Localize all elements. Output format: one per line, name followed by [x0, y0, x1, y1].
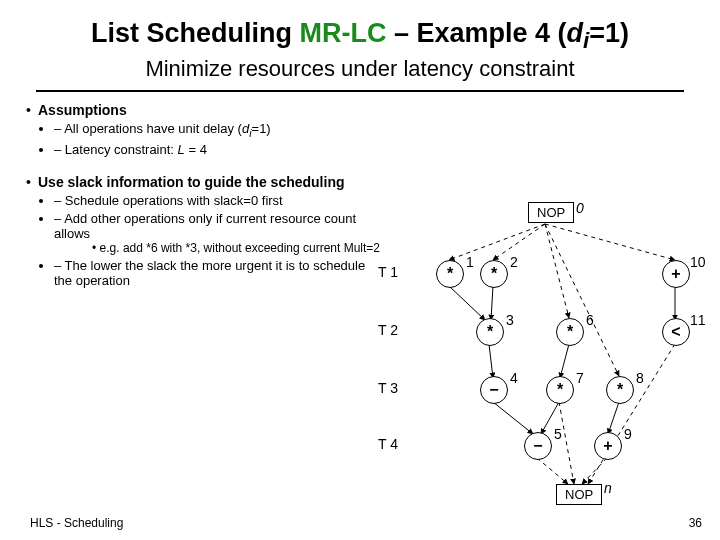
svg-line-1	[493, 224, 545, 260]
assumption-item-1: – All operations have unit delay (di=1)	[54, 121, 386, 139]
op-label-8: 8	[636, 370, 644, 386]
op-node-2: *	[480, 260, 508, 288]
op-label-7: 7	[576, 370, 584, 386]
slack-item-2-sub: • e.g. add *6 with *3, without exceeding…	[54, 241, 386, 255]
slack-header: Use slack information to guide the sched…	[38, 174, 345, 190]
svg-line-16	[559, 402, 574, 484]
diagram-edges	[370, 200, 710, 520]
op-node-4: −	[480, 376, 508, 404]
op-node-8: *	[606, 376, 634, 404]
op-label-3: 3	[506, 312, 514, 328]
op-node-1: *	[436, 260, 464, 288]
title-method: MR-LC	[299, 18, 386, 48]
svg-line-5	[449, 286, 485, 320]
title-eq: =1)	[589, 18, 629, 48]
slack-item-3: – The lower the slack the more urgent it…	[54, 258, 386, 288]
assumption-item-2: – Latency constraint: L = 4	[54, 142, 386, 157]
op-label-1: 1	[466, 254, 474, 270]
footer-left: HLS - Scheduling	[30, 516, 123, 530]
svg-line-3	[545, 224, 619, 376]
title-prefix: List Scheduling	[91, 18, 300, 48]
svg-line-8	[560, 344, 569, 378]
svg-line-0	[449, 224, 545, 260]
svg-line-6	[491, 286, 493, 320]
svg-line-7	[489, 344, 493, 378]
nop-bottom-label: n	[604, 480, 612, 496]
left-column: •Assumptions – All operations have unit …	[0, 102, 386, 291]
slack-item-2: – Add other operations only if current r…	[54, 211, 386, 255]
scheduling-diagram: NOP 0 NOP n T 1 T 2 T 3 T 4 **+**<−**−+ …	[370, 200, 710, 520]
op-label-6: 6	[586, 312, 594, 328]
svg-line-2	[545, 224, 569, 318]
svg-line-13	[537, 458, 568, 484]
svg-line-9	[493, 402, 533, 434]
slack-block: •Use slack information to guide the sche…	[26, 174, 386, 288]
op-node-7: *	[546, 376, 574, 404]
svg-line-4	[545, 224, 675, 260]
title-var: d	[567, 18, 584, 48]
time-row-2: T 2	[378, 322, 398, 338]
nop-top-box: NOP	[528, 202, 574, 223]
op-node-6: *	[556, 318, 584, 346]
assumptions-block: •Assumptions – All operations have unit …	[26, 102, 386, 157]
op-label-5: 5	[554, 426, 562, 442]
time-row-4: T 4	[378, 436, 398, 452]
svg-line-11	[608, 402, 619, 434]
op-label-10: 10	[690, 254, 706, 270]
footer-right: 36	[689, 516, 702, 530]
op-node-11: <	[662, 318, 690, 346]
op-label-9: 9	[624, 426, 632, 442]
title-sep: – Example 4 (	[386, 18, 566, 48]
assumptions-header: Assumptions	[38, 102, 127, 118]
nop-bottom-box: NOP	[556, 484, 602, 505]
page-subtitle: Minimize resources under latency constra…	[0, 56, 720, 82]
time-row-3: T 3	[378, 380, 398, 396]
svg-line-15	[588, 344, 675, 484]
op-node-10: +	[662, 260, 690, 288]
nop-top-label: 0	[576, 200, 584, 216]
op-node-9: +	[594, 432, 622, 460]
page-title: List Scheduling MR-LC – Example 4 (di=1)	[0, 0, 720, 54]
op-label-2: 2	[510, 254, 518, 270]
op-node-3: *	[476, 318, 504, 346]
op-label-11: 11	[690, 312, 706, 328]
time-row-1: T 1	[378, 264, 398, 280]
slack-item-1: – Schedule operations with slack=0 first	[54, 193, 386, 208]
op-node-5: −	[524, 432, 552, 460]
op-label-4: 4	[510, 370, 518, 386]
